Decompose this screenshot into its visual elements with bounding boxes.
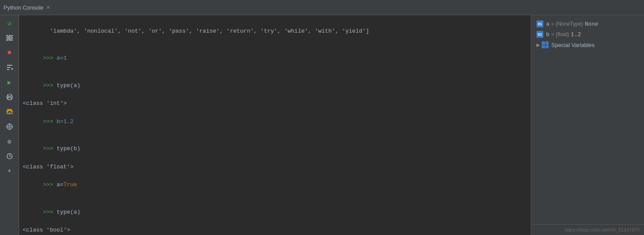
settings-button[interactable] <box>3 32 16 44</box>
console-output[interactable]: 'lambda', 'nonlocal', 'not', 'or', 'pass… <box>19 15 531 235</box>
console-line-2: >>> a=1 <box>23 45 527 72</box>
console-line-1: 'lambda', 'nonlocal', 'not', 'or', 'pass… <box>23 18 527 45</box>
left-toolbar: ↺ ■ ▶ <box>0 15 19 235</box>
console-line-6: >>> type(b) <box>23 135 527 162</box>
svg-rect-11 <box>8 94 11 96</box>
svg-rect-12 <box>8 97 11 100</box>
console-line-3: >>> type(a) <box>23 72 527 99</box>
debug-button[interactable] <box>3 106 16 118</box>
variable-a-row: 01 a = {NoneType} None <box>536 19 640 29</box>
grid-icon <box>542 41 549 48</box>
variable-b-icon: 01 <box>536 31 543 38</box>
variable-a-icon: 01 <box>536 20 543 27</box>
add-button[interactable]: + <box>3 165 16 177</box>
restart-button[interactable]: ↺ <box>3 17 16 29</box>
stop-button[interactable]: ■ <box>3 47 16 59</box>
svg-point-13 <box>7 97 8 97</box>
special-variables-row[interactable]: ▶ Special Variables <box>536 40 640 50</box>
gear-button[interactable]: ⚙ <box>3 135 16 148</box>
console-line-7: <class 'float'> <box>23 163 527 172</box>
run-button[interactable]: ▶ <box>3 76 16 88</box>
svg-line-20 <box>6 113 7 114</box>
console-line-4: <class 'int'> <box>23 99 527 108</box>
svg-line-30 <box>10 156 11 157</box>
footer-url: https://blog.csdn.net/m0_51147975 <box>531 224 644 235</box>
console-line-10: <class 'bool'> <box>23 226 527 235</box>
svg-point-3 <box>7 35 9 37</box>
svg-marker-9 <box>11 68 13 70</box>
svg-point-23 <box>9 126 10 128</box>
close-tab-button[interactable]: ✕ <box>46 5 50 10</box>
console-line-9: >>> type(a) <box>23 199 527 226</box>
main-layout: ↺ ■ ▶ <box>0 15 644 235</box>
console-line-5: >>> b=1.2 <box>23 108 527 135</box>
print-button[interactable] <box>3 91 16 103</box>
sort-button[interactable] <box>3 61 16 74</box>
svg-line-21 <box>12 113 13 114</box>
title-bar: Python Console ✕ <box>0 0 644 15</box>
console-title: Python Console <box>3 4 44 11</box>
right-panel: 01 a = {NoneType} None 01 b = {float} 1.… <box>531 15 644 235</box>
chevron-right-icon: ▶ <box>536 42 540 48</box>
svg-point-5 <box>7 39 9 41</box>
variable-b-row: 01 b = {float} 1.2 <box>536 29 640 40</box>
console-line-8: >>> a=True <box>23 172 527 199</box>
history-button[interactable] <box>3 150 16 162</box>
variables-panel: 01 a = {NoneType} None 01 b = {float} 1.… <box>531 15 644 224</box>
inspect-button[interactable] <box>3 121 16 133</box>
svg-point-4 <box>10 37 12 39</box>
special-variables-label: Special Variables <box>551 42 594 48</box>
